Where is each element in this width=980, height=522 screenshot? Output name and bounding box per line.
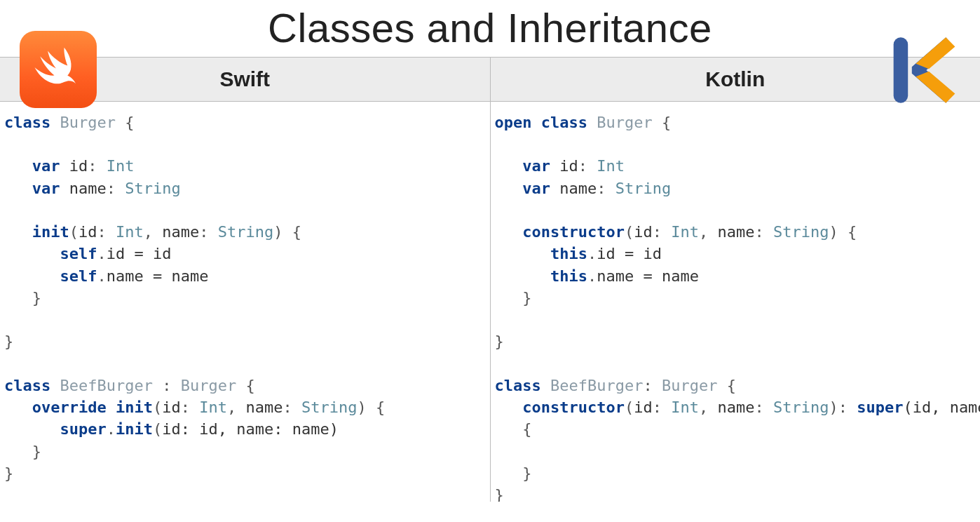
column-headers: Swift Kotlin <box>0 57 980 102</box>
code-comparison-row: class Burger { var id: Int var name: Str… <box>0 102 980 502</box>
kotlin-logo-icon <box>880 31 959 109</box>
page-title: Classes and Inheritance <box>0 0 980 57</box>
swift-logo-icon <box>20 31 97 108</box>
svg-rect-0 <box>894 37 908 102</box>
swift-code-cell: class Burger { var id: Int var name: Str… <box>0 102 491 502</box>
kotlin-code-cell: open class Burger { var id: Int var name… <box>491 102 981 502</box>
kotlin-code-block: open class Burger { var id: Int var name… <box>495 112 981 502</box>
swift-code-block: class Burger { var id: Int var name: Str… <box>4 112 490 502</box>
